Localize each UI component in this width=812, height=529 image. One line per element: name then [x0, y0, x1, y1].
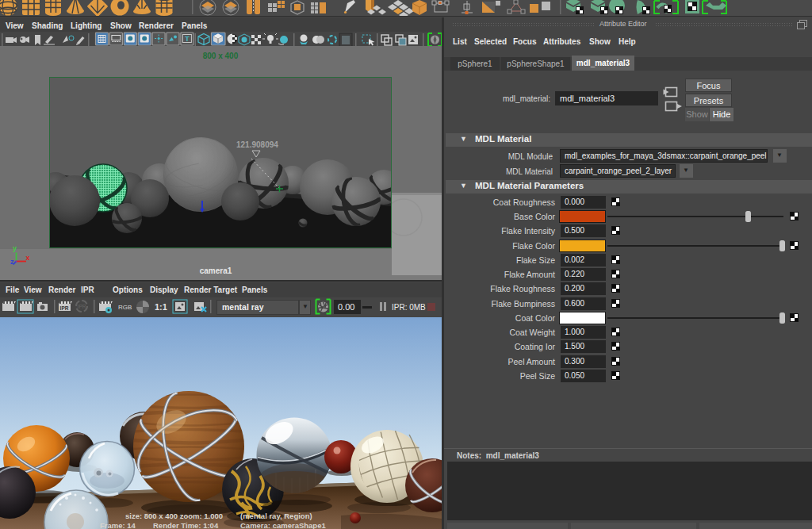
svg-text:camera1: camera1 [200, 266, 232, 275]
svg-text:size: 800 x 400 zoom: 1.000: size: 800 x 400 zoom: 1.000 [125, 512, 223, 520]
svg-text:IPR: IPR [60, 305, 69, 311]
svg-text:Render Time: 1:04: Render Time: 1:04 [153, 521, 219, 529]
svg-text:z: z [10, 258, 14, 266]
svg-text:Frame: 14: Frame: 14 [100, 521, 136, 529]
svg-text:800 x 400: 800 x 400 [203, 52, 239, 60]
svg-text:y: y [13, 244, 17, 252]
svg-text:RGB: RGB [118, 304, 132, 311]
svg-text:1:1: 1:1 [155, 302, 167, 312]
svg-text:IPR: IPR [78, 304, 86, 309]
svg-text:121.908094: 121.908094 [236, 140, 278, 149]
svg-text:Camera: cameraShape1: Camera: cameraShape1 [240, 521, 326, 529]
svg-text:(mental ray, Region): (mental ray, Region) [240, 512, 312, 520]
svg-text:T: T [185, 35, 190, 43]
svg-text:x: x [26, 254, 30, 262]
